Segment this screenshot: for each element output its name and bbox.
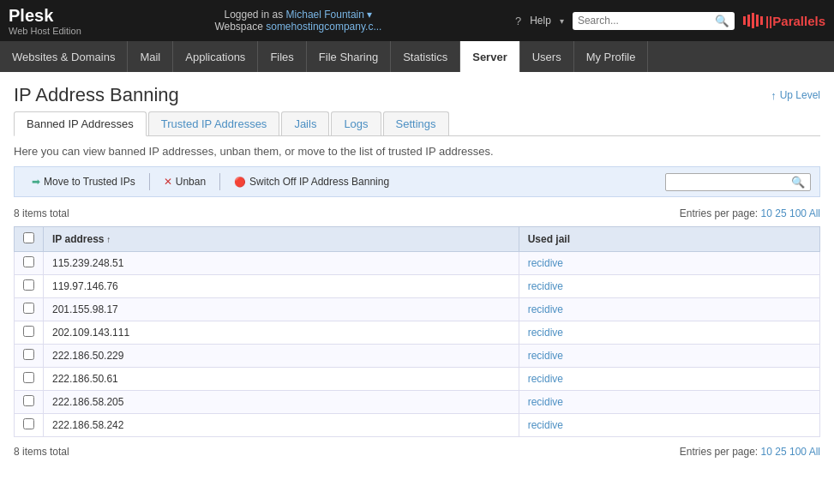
table-search-input[interactable] (671, 176, 791, 188)
unban-icon (164, 176, 172, 188)
cell-ip: 222.186.50.229 (44, 345, 519, 368)
table-row: 202.109.143.111 recidive (15, 321, 820, 345)
table-search-icon[interactable]: 🔍 (791, 176, 805, 189)
select-all-checkbox[interactable] (23, 232, 34, 243)
summary-bar-top: 8 items total Entries per page: 10 25 10… (14, 204, 820, 223)
col-header-ip[interactable]: IP address (44, 227, 519, 252)
entries-all-top[interactable]: All (809, 207, 820, 219)
switch-off-icon (234, 176, 246, 188)
parallels-bars-icon (743, 13, 763, 28)
jail-link[interactable]: recidive (528, 280, 563, 292)
cell-ip: 201.155.98.17 (44, 298, 519, 321)
col-ip-label: IP address (52, 233, 104, 245)
table-row: 201.155.98.17 recidive (15, 298, 820, 321)
up-level-link[interactable]: Up Level (771, 89, 820, 102)
jail-link[interactable]: recidive (528, 396, 563, 408)
content: IP Address Banning Up Level Banned IP Ad… (0, 72, 834, 477)
entries-100-bottom[interactable]: 100 (789, 446, 807, 458)
nav-item-mail[interactable]: Mail (128, 41, 173, 72)
table-row: 119.97.146.76 recidive (15, 275, 820, 298)
nav-item-my-profile[interactable]: My Profile (574, 41, 649, 72)
move-to-trusted-button[interactable]: Move to Trusted IPs (23, 172, 144, 191)
jail-link[interactable]: recidive (528, 327, 563, 339)
row-checkbox[interactable] (23, 303, 34, 314)
webspace-info: Webspace somehostingcompany.c... (214, 21, 381, 33)
table-row: 115.239.248.51 recidive (15, 252, 820, 275)
nav-item-applications[interactable]: Applications (173, 41, 258, 72)
col-header-checkbox (15, 227, 44, 252)
row-checkbox[interactable] (23, 349, 34, 360)
cell-ip: 222.186.50.61 (44, 368, 519, 391)
jail-link[interactable]: recidive (528, 373, 563, 385)
row-checkbox[interactable] (23, 372, 34, 383)
nav-item-file-sharing[interactable]: File Sharing (307, 41, 391, 72)
table-row: 222.186.58.242 recidive (15, 414, 820, 437)
cell-jail: recidive (519, 345, 819, 368)
tab-settings[interactable]: Settings (383, 111, 449, 135)
help-icon: ? (515, 15, 521, 27)
top-center: Logged in as Michael Fountain ▾ Webspace… (214, 9, 381, 33)
entries-all-bottom[interactable]: All (809, 446, 820, 458)
top-right: ? Help ▾ 🔍 ||Parallels (515, 12, 825, 30)
parallels-logo: ||Parallels (743, 13, 825, 28)
toolbar-separator-2 (219, 173, 220, 190)
entries-10-bottom[interactable]: 10 (761, 446, 772, 458)
jail-link[interactable]: recidive (528, 303, 563, 315)
nav-item-files[interactable]: Files (258, 41, 306, 72)
table-row: 222.186.58.205 recidive (15, 391, 820, 414)
logged-in-label: Logged in as Michael Fountain ▾ (224, 9, 372, 21)
row-checkbox[interactable] (23, 326, 34, 337)
toolbar-separator-1 (149, 173, 150, 190)
topbar: Plesk Web Host Edition Logged in as Mich… (0, 0, 834, 41)
tab-trusted[interactable]: Trusted IP Addresses (148, 111, 280, 135)
entries-25-bottom[interactable]: 25 (775, 446, 786, 458)
page-title: IP Address Banning (14, 84, 179, 106)
cell-jail: recidive (519, 414, 819, 437)
navbar: Websites & DomainsMailApplicationsFilesF… (0, 41, 834, 72)
tab-banned[interactable]: Banned IP Addresses (14, 111, 147, 136)
logo-subtitle: Web Host Edition (9, 26, 81, 36)
nav-item-users[interactable]: Users (520, 41, 574, 72)
cell-ip: 202.109.143.111 (44, 321, 519, 345)
unban-button[interactable]: Unban (155, 172, 214, 191)
page-title-row: IP Address Banning Up Level (14, 84, 820, 106)
nav-item-statistics[interactable]: Statistics (391, 41, 460, 72)
ip-table: IP address Used jail 115.239.248.51 reci… (14, 226, 820, 437)
table-row: 222.186.50.229 recidive (15, 345, 820, 368)
row-checkbox[interactable] (23, 395, 34, 406)
entries-per-page-bottom: Entries per page: 10 25 100 All (680, 446, 820, 458)
cell-ip: 222.186.58.205 (44, 391, 519, 414)
total-count-top: 8 items total (14, 207, 69, 219)
username-link[interactable]: Michael Fountain (286, 9, 364, 21)
sort-icon (104, 233, 111, 245)
help-link[interactable]: Help (530, 15, 551, 27)
row-checkbox[interactable] (23, 279, 34, 291)
nav-item-server[interactable]: Server (460, 41, 519, 72)
logo-area: Plesk Web Host Edition (9, 6, 81, 36)
search-submit-icon[interactable]: 🔍 (715, 15, 729, 27)
tab-jails[interactable]: Jails (281, 111, 329, 135)
row-checkbox[interactable] (23, 256, 34, 267)
row-checkbox[interactable] (23, 418, 34, 429)
dropdown-icon[interactable]: ▾ (367, 9, 372, 21)
ip-table-body: 115.239.248.51 recidive 119.97.146.76 re… (15, 252, 820, 437)
tab-logs[interactable]: Logs (331, 111, 381, 135)
logo-title: Plesk (9, 6, 81, 26)
nav-item-websites-domains[interactable]: Websites & Domains (0, 41, 128, 72)
entries-10-top[interactable]: 10 (761, 207, 772, 219)
entries-100-top[interactable]: 100 (789, 207, 807, 219)
webspace-link[interactable]: somehostingcompany.c... (266, 21, 381, 33)
col-header-jail: Used jail (519, 227, 819, 252)
table-row: 222.186.50.61 recidive (15, 368, 820, 391)
entries-25-top[interactable]: 25 (775, 207, 786, 219)
toolbar: Move to Trusted IPs Unban Switch Off IP … (14, 166, 820, 197)
jail-link[interactable]: recidive (528, 419, 563, 431)
total-count-bottom: 8 items total (14, 446, 69, 458)
switch-off-button[interactable]: Switch Off IP Address Banning (225, 172, 398, 191)
cell-jail: recidive (519, 391, 819, 414)
cell-jail: recidive (519, 368, 819, 391)
jail-link[interactable]: recidive (528, 350, 563, 362)
search-input[interactable] (578, 15, 715, 27)
description: Here you can view banned IP addresses, u… (14, 145, 820, 158)
jail-link[interactable]: recidive (528, 257, 563, 269)
